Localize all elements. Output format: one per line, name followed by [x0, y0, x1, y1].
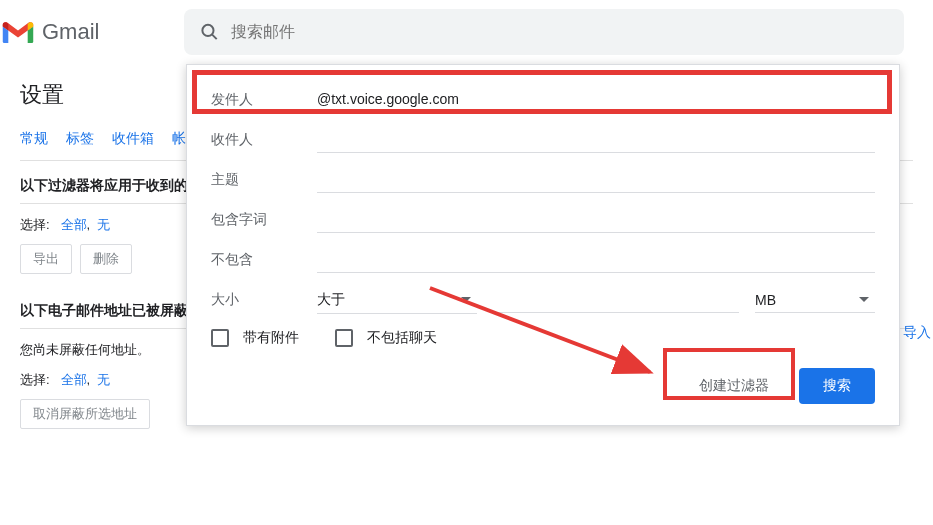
exclude-chats-option: 不包括聊天	[335, 329, 437, 347]
size-label: 大小	[211, 291, 317, 309]
checkbox-row: 带有附件 不包括聊天	[211, 329, 875, 347]
includes-label: 包含字词	[211, 211, 317, 229]
search-icon	[200, 22, 219, 42]
from-label: 发件人	[211, 91, 317, 109]
tab-general[interactable]: 常规	[20, 130, 48, 158]
subject-input[interactable]	[317, 168, 875, 193]
unblock-button[interactable]: 取消屏蔽所选地址	[20, 399, 150, 429]
subject-label: 主题	[211, 171, 317, 189]
tab-labels[interactable]: 标签	[66, 130, 94, 158]
has-attachment-option: 带有附件	[211, 329, 299, 347]
import-link[interactable]: 导入	[903, 324, 931, 342]
select-label: 选择:	[20, 217, 50, 232]
size-unit-select[interactable]: MB	[755, 288, 875, 313]
export-button[interactable]: 导出	[20, 244, 72, 274]
select-none-link-2[interactable]: 无	[97, 372, 110, 387]
from-row: 发件人	[211, 81, 875, 119]
select-none-link[interactable]: 无	[97, 217, 110, 232]
select-all-link[interactable]: 全部	[61, 217, 87, 232]
chevron-down-icon	[461, 297, 471, 302]
has-attachment-checkbox[interactable]	[211, 329, 229, 347]
create-filter-button[interactable]: 创建过滤器	[681, 367, 787, 405]
filter-dialog: 发件人 收件人 主题 包含字词 不包含 大小 大于 MB 带有附件	[186, 64, 900, 426]
excludes-input[interactable]	[317, 248, 875, 273]
to-label: 收件人	[211, 131, 317, 149]
excludes-label: 不包含	[211, 251, 317, 269]
excludes-row: 不包含	[211, 241, 875, 279]
to-input[interactable]	[317, 128, 875, 153]
search-bar[interactable]	[184, 9, 904, 55]
from-input[interactable]	[317, 87, 875, 113]
size-row: 大小 大于 MB	[211, 281, 875, 319]
dialog-actions: 创建过滤器 搜索	[211, 367, 875, 405]
gmail-logo: Gmail	[0, 18, 180, 46]
subject-row: 主题	[211, 161, 875, 199]
tab-inbox[interactable]: 收件箱	[112, 130, 154, 158]
svg-line-1	[212, 34, 217, 39]
size-operator-value: 大于	[317, 291, 345, 309]
svg-point-0	[202, 25, 213, 36]
gmail-logo-text: Gmail	[42, 19, 99, 45]
gmail-logo-icon	[0, 18, 36, 46]
app-header: Gmail	[0, 0, 933, 64]
includes-row: 包含字词	[211, 201, 875, 239]
delete-button[interactable]: 删除	[80, 244, 132, 274]
chevron-down-icon	[859, 297, 869, 302]
size-operator-select[interactable]: 大于	[317, 287, 477, 314]
tab-accounts[interactable]: 帐	[172, 130, 186, 158]
exclude-chats-checkbox[interactable]	[335, 329, 353, 347]
to-row: 收件人	[211, 121, 875, 159]
exclude-chats-label: 不包括聊天	[367, 329, 437, 347]
size-value-input[interactable]	[493, 288, 739, 313]
search-button[interactable]: 搜索	[799, 368, 875, 404]
select-label-2: 选择:	[20, 372, 50, 387]
includes-input[interactable]	[317, 208, 875, 233]
search-input[interactable]	[231, 23, 888, 41]
size-unit-value: MB	[755, 292, 776, 308]
has-attachment-label: 带有附件	[243, 329, 299, 347]
select-all-link-2[interactable]: 全部	[61, 372, 87, 387]
